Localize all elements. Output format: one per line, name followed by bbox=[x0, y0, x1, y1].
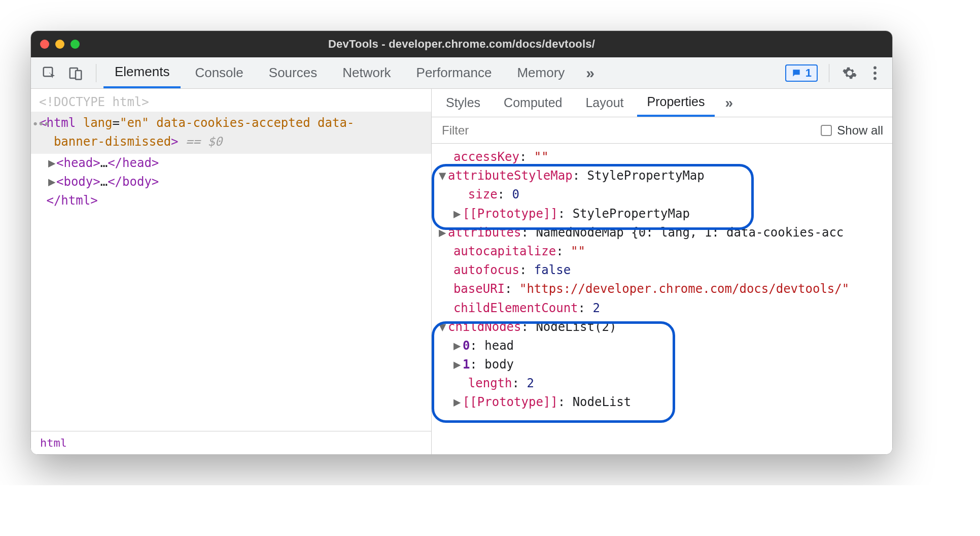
separator bbox=[96, 64, 96, 82]
tab-sources[interactable]: Sources bbox=[258, 57, 328, 88]
device-toggle-icon[interactable] bbox=[65, 63, 86, 83]
settings-icon[interactable] bbox=[841, 64, 859, 82]
prop-childnodes[interactable]: ▼childNodes: NodeList(2) bbox=[439, 318, 892, 337]
prop-attributestylemap[interactable]: ▼attributeStyleMap: StylePropertyMap bbox=[439, 166, 892, 185]
prop-cn-length[interactable]: length: 2 bbox=[439, 374, 892, 393]
maximize-icon[interactable] bbox=[71, 40, 80, 49]
tab-label: Network bbox=[342, 65, 391, 81]
html-close-node[interactable]: </html> bbox=[31, 191, 431, 210]
prop-autocapitalize[interactable]: autocapitalize: "" bbox=[439, 242, 892, 261]
tab-memory[interactable]: Memory bbox=[506, 57, 576, 88]
tab-label: Performance bbox=[416, 65, 492, 81]
messages-count: 1 bbox=[806, 66, 812, 80]
close-icon[interactable] bbox=[40, 40, 49, 49]
body-node[interactable]: ▶<body>…</body> bbox=[31, 173, 431, 191]
chat-icon bbox=[791, 68, 801, 78]
prop-cn-1[interactable]: ▶1: body bbox=[439, 355, 892, 374]
svg-point-5 bbox=[873, 77, 877, 80]
doctype-row[interactable]: <!DOCTYPE html> bbox=[31, 93, 431, 112]
subtab-computed[interactable]: Computed bbox=[494, 89, 572, 117]
sidebar-tabs: Styles Computed Layout Properties » bbox=[432, 89, 892, 117]
properties-list[interactable]: accessKey: "" ▼attributeStyleMap: StyleP… bbox=[432, 144, 892, 454]
tab-label: Sources bbox=[269, 65, 317, 81]
separator bbox=[829, 64, 829, 82]
messages-badge[interactable]: 1 bbox=[785, 64, 818, 82]
prop-asm-size[interactable]: size: 0 bbox=[439, 185, 892, 204]
tab-label: Memory bbox=[517, 65, 565, 81]
ellipsis-icon: ••• bbox=[32, 116, 49, 133]
head-node[interactable]: ▶<head>…</head> bbox=[31, 154, 431, 173]
more-subtabs-icon[interactable]: » bbox=[718, 95, 740, 111]
inspect-element-icon[interactable] bbox=[39, 63, 59, 83]
breadcrumb-item[interactable]: html bbox=[40, 437, 67, 449]
prop-autofocus[interactable]: autofocus: false bbox=[439, 261, 892, 280]
prop-accesskey[interactable]: accessKey: "" bbox=[439, 148, 892, 166]
breadcrumb[interactable]: html bbox=[31, 431, 431, 454]
window-title: DevTools - developer.chrome.com/docs/dev… bbox=[31, 38, 892, 51]
svg-point-4 bbox=[873, 72, 877, 75]
svg-point-3 bbox=[873, 66, 877, 69]
prop-baseuri[interactable]: baseURI: "https://developer.chrome.com/d… bbox=[439, 280, 892, 298]
prop-asm-proto[interactable]: ▶[[Prototype]]: StylePropertyMap bbox=[439, 205, 892, 223]
subtab-label: Layout bbox=[585, 95, 623, 110]
minimize-icon[interactable] bbox=[55, 40, 64, 49]
panes: <!DOCTYPE html> ••• <html lang="en" data… bbox=[31, 89, 892, 454]
panel-tabs: Elements Console Sources Network Perform… bbox=[103, 57, 602, 88]
devtools-window: DevTools - developer.chrome.com/docs/dev… bbox=[30, 30, 893, 455]
more-options-icon[interactable] bbox=[866, 64, 884, 82]
tab-console[interactable]: Console bbox=[184, 57, 254, 88]
tab-label: Console bbox=[195, 65, 243, 81]
eq0-marker: == $0 bbox=[179, 135, 223, 149]
tab-performance[interactable]: Performance bbox=[405, 57, 503, 88]
tab-network[interactable]: Network bbox=[331, 57, 402, 88]
prop-childelementcount[interactable]: childElementCount: 2 bbox=[439, 299, 892, 318]
checkbox-icon[interactable] bbox=[821, 125, 832, 136]
filter-row: Show all bbox=[432, 117, 892, 144]
show-all-label: Show all bbox=[837, 123, 883, 138]
more-tabs-icon[interactable]: » bbox=[579, 57, 602, 88]
subtab-label: Computed bbox=[504, 95, 562, 110]
selected-element-row[interactable]: ••• <html lang="en" data-cookies-accepte… bbox=[31, 112, 431, 153]
svg-rect-2 bbox=[76, 71, 81, 80]
show-all-toggle[interactable]: Show all bbox=[821, 123, 883, 138]
titlebar: DevTools - developer.chrome.com/docs/dev… bbox=[31, 31, 892, 57]
tab-elements[interactable]: Elements bbox=[103, 57, 181, 88]
subtab-label: Properties bbox=[647, 94, 705, 109]
prop-cn-0[interactable]: ▶0: head bbox=[439, 337, 892, 355]
traffic-lights bbox=[40, 40, 80, 49]
elements-panel: <!DOCTYPE html> ••• <html lang="en" data… bbox=[31, 89, 432, 454]
sidebar-panel: Styles Computed Layout Properties » Show… bbox=[432, 89, 892, 454]
subtab-styles[interactable]: Styles bbox=[436, 89, 491, 117]
main-toolbar: Elements Console Sources Network Perform… bbox=[31, 57, 892, 89]
tab-label: Elements bbox=[115, 64, 169, 80]
subtab-properties[interactable]: Properties bbox=[637, 89, 715, 117]
subtab-layout[interactable]: Layout bbox=[575, 89, 634, 117]
prop-cn-proto[interactable]: ▶[[Prototype]]: NodeList bbox=[439, 393, 892, 412]
dom-tree[interactable]: <!DOCTYPE html> ••• <html lang="en" data… bbox=[31, 89, 431, 431]
prop-attributes[interactable]: ▶attributes: NamedNodeMap {0: lang, 1: d… bbox=[439, 223, 892, 242]
subtab-label: Styles bbox=[446, 95, 480, 110]
filter-input[interactable] bbox=[441, 123, 814, 138]
